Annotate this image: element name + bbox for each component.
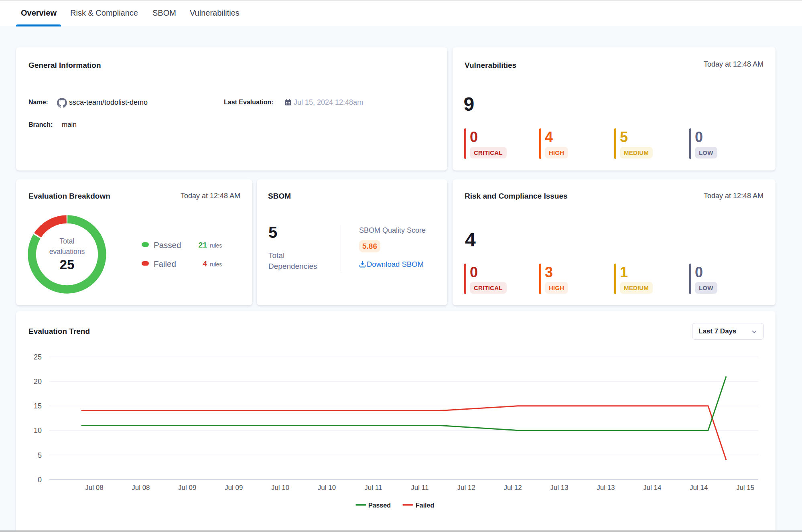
svg-text:Jul 11: Jul 11 — [364, 484, 382, 491]
svg-text:Jul 08: Jul 08 — [132, 484, 150, 491]
svg-text:Jul 12: Jul 12 — [504, 484, 522, 491]
svg-text:Jul 10: Jul 10 — [318, 484, 336, 491]
svg-text:15: 15 — [34, 402, 42, 410]
svg-text:Failed: Failed — [416, 502, 434, 509]
svg-text:Jul 15: Jul 15 — [736, 484, 754, 491]
svg-text:10: 10 — [34, 426, 42, 435]
svg-text:Jul 09: Jul 09 — [178, 484, 196, 491]
svg-text:Jul 14: Jul 14 — [643, 484, 661, 491]
svg-text:Jul 11: Jul 11 — [411, 484, 428, 491]
svg-text:Passed: Passed — [368, 502, 391, 509]
svg-text:25: 25 — [34, 353, 42, 361]
svg-text:Jul 12: Jul 12 — [457, 484, 475, 491]
svg-text:Jul 14: Jul 14 — [690, 484, 708, 491]
svg-text:0: 0 — [38, 476, 42, 484]
svg-text:Jul 10: Jul 10 — [271, 484, 289, 491]
svg-text:Jul 09: Jul 09 — [225, 484, 243, 491]
svg-text:20: 20 — [34, 378, 42, 386]
svg-text:Jul 13: Jul 13 — [597, 484, 615, 491]
svg-text:5: 5 — [38, 451, 42, 459]
svg-text:Jul 13: Jul 13 — [550, 484, 568, 491]
svg-text:Jul 08: Jul 08 — [85, 484, 103, 491]
